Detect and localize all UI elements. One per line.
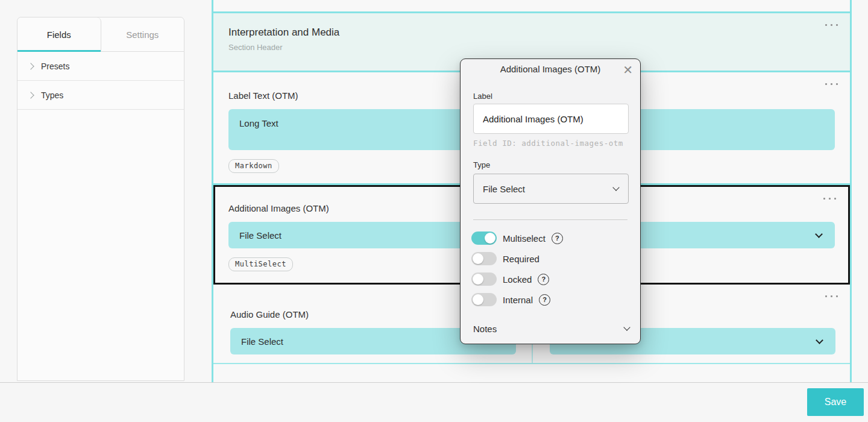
toggle-label: Locked [503, 274, 532, 285]
type-select[interactable]: File Select [473, 174, 629, 204]
divider [473, 219, 627, 220]
sidebar-item-label: Types [41, 90, 63, 100]
label-field-label: Label [473, 92, 492, 101]
help-icon[interactable]: ? [552, 233, 563, 244]
multiselect-toggle[interactable] [471, 231, 497, 245]
ellipsis-menu-icon[interactable] [823, 198, 836, 200]
type-select-value: File Select [483, 184, 525, 194]
tab-settings[interactable]: Settings [101, 17, 184, 52]
field-row-partial-top[interactable] [213, 0, 850, 13]
field-type-value: File Select [239, 230, 281, 241]
required-toggle[interactable] [471, 252, 497, 265]
field-type-value: File Select [241, 336, 283, 347]
toggle-row-multiselect: Multiselect ? [471, 231, 563, 245]
type-field-label: Type [473, 160, 490, 169]
ellipsis-menu-icon[interactable] [825, 295, 838, 297]
sidebar-item-presets[interactable]: Presets [17, 52, 184, 81]
save-button[interactable]: Save [807, 388, 864, 416]
field-id-text: Field ID: additional-images-otm [473, 139, 623, 148]
chevron-down-icon [816, 336, 823, 344]
notes-label: Notes [473, 324, 497, 334]
locked-toggle[interactable] [471, 272, 497, 286]
sidebar-item-label: Presets [41, 61, 69, 71]
field-row-partial-bottom[interactable] [213, 364, 850, 377]
ellipsis-menu-icon[interactable] [825, 83, 838, 85]
label-input[interactable] [473, 104, 629, 134]
section-subtitle: Section Header [228, 43, 850, 52]
toggle-label: Required [503, 254, 539, 264]
chevron-right-icon [27, 63, 34, 69]
footer-bar: Save [0, 382, 868, 422]
field-settings-popover: Additional Images (OTM) ✕ Label Field ID… [460, 58, 641, 344]
field-tag-badge: MultiSelect [228, 257, 293, 271]
help-icon[interactable]: ? [538, 274, 549, 285]
toggle-row-internal: Internal ? [471, 293, 550, 306]
chevron-right-icon [27, 92, 34, 98]
internal-toggle[interactable] [471, 293, 497, 306]
sidebar: Fields Settings Presets Types [17, 17, 184, 381]
tab-fields[interactable]: Fields [17, 17, 101, 52]
field-type-value: Long Text [239, 118, 278, 128]
toggle-label: Multiselect [503, 233, 546, 244]
chevron-down-icon [612, 184, 619, 191]
toggle-row-required: Required [471, 252, 539, 265]
popover-title: Additional Images (OTM) [461, 64, 640, 74]
chevron-down-icon [815, 230, 823, 238]
help-icon[interactable]: ? [539, 294, 550, 306]
close-icon[interactable]: ✕ [623, 64, 633, 76]
field-tag-badge: Markdown [228, 159, 279, 173]
notes-expander[interactable]: Notes [473, 322, 629, 335]
toggle-label: Internal [503, 295, 533, 305]
toggle-row-locked: Locked ? [471, 272, 549, 286]
sidebar-tabs: Fields Settings [17, 17, 184, 52]
chevron-down-icon [623, 324, 630, 330]
ellipsis-menu-icon[interactable] [825, 24, 838, 26]
section-title: Interpretation and Media [228, 27, 850, 39]
sidebar-item-types[interactable]: Types [17, 81, 184, 110]
